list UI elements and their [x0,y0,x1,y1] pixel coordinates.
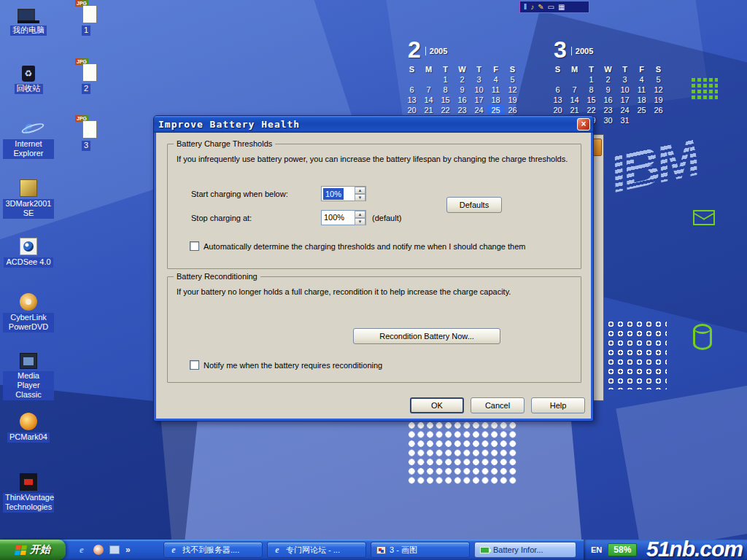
desktop-file-jpg-1[interactable]: JPG 1 [67,1,105,36]
calendar-day-header: T [583,64,600,74]
paint-icon [376,545,386,555]
calendar-day-header: F [633,64,650,74]
calendar-day-header: S [504,64,521,74]
help-button[interactable]: Help [531,397,585,413]
powerdvd-icon [20,289,37,311]
language-indicator[interactable]: EN [591,545,602,554]
calendar-day: 9 [600,85,616,95]
start-charging-label: Start charging when below: [191,190,288,198]
calendar-day: 23 [600,105,616,115]
desktop-icon-media-player-classic[interactable]: Media Player Classic [3,347,54,400]
auto-determine-label: Automatically determine the charging thr… [204,242,525,251]
calendar-day: 31 [616,115,633,125]
calendar-year: 2005 [425,47,447,55]
stop-threshold-spinner[interactable]: 100% ▲ ▼ [321,210,366,225]
calendar-day: 13 [549,95,566,105]
auto-determine-checkbox[interactable] [190,241,199,251]
task-button-server-not-found[interactable]: e 找不到服务器.... [163,542,263,558]
desktop-icon-recycle-bin[interactable]: ♻ 回收站 [3,60,54,94]
monitor-icon[interactable]: ▭ [548,4,554,11]
desktop-icon-internet-explorer[interactable]: e Internet Explorer [3,115,54,159]
calendar-day [549,74,566,85]
calendar-day: 3 [471,74,487,85]
desktop-icon-acdsee[interactable]: ACDSee 4.0 [3,233,54,268]
start-threshold-value[interactable]: 10% [323,188,344,200]
stop-threshold-value[interactable]: 100% [322,211,355,225]
desktop-icon-powerdvd[interactable]: CyberLink PowerDVD [3,289,54,332]
calendar-day: 1 [583,74,600,85]
calendar-day: 8 [437,85,454,95]
start-label: 开始 [30,543,50,556]
recondition-battery-button[interactable]: Recondition Battery Now... [353,328,500,344]
battery-reconditioning-group: Battery Reconditioning If your battery n… [167,276,581,383]
dialog-title: Improve Battery Health [158,119,300,130]
desktop-icon-3dmark2001[interactable]: 3DMark2001 SE [3,175,54,219]
stop-charging-label: Stop charging at: [191,214,252,222]
spin-down-icon[interactable]: ▼ [355,194,365,201]
desktop-icon-my-computer[interactable]: 我的电脑 [3,1,54,36]
pcmark04-icon [20,408,37,430]
calendar-day [650,115,667,125]
calendar-day [566,74,583,85]
calendar-day-header: W [600,64,616,74]
task-button-battery-information[interactable]: Battery Infor... [474,542,576,558]
calendar-day: 22 [583,105,600,115]
group-legend: Battery Charge Thresholds [174,139,275,148]
show-desktop-icon[interactable] [109,545,120,554]
presentation-toolbar[interactable]: ‖ ♪ ✎ ▭ ▦ [519,1,589,13]
battery-cylinder-icon [693,324,712,350]
calendar-title: 2 2005 [408,38,521,63]
desktop-file-jpg-3[interactable]: JPG 3 [67,117,105,151]
calendar-day: 15 [583,95,600,105]
ok-button[interactable]: OK [410,397,464,413]
calendar-february: 2 2005 SMTWTFS 1234567891011121314151617… [403,38,521,115]
calendar-day: 3 [616,74,633,85]
start-button[interactable]: 开始 [0,540,66,560]
calendar-day: 2 [454,74,471,85]
calendar-day-header: M [420,64,437,74]
calendar-day: 5 [504,74,521,85]
calendar-day: 2 [600,74,616,85]
battery-charge-thresholds-group: Battery Charge Thresholds If you infrequ… [167,144,581,269]
desktop-file-jpg-2[interactable]: JPG 2 [67,60,105,94]
calendar-day: 20 [403,105,420,115]
close-button[interactable]: × [577,118,590,131]
calendar-day: 25 [487,105,504,115]
start-threshold-spinner[interactable]: 10% ▲ ▼ [321,186,366,201]
keyboard-icon[interactable]: ▦ [558,4,565,11]
task-button-paint[interactable]: 3 - 画图 [371,542,470,558]
jpg-file-icon: JPG [75,1,97,23]
calendar-day-header: S [403,64,420,74]
speaker-icon[interactable]: ♪ [530,4,534,11]
desktop-icon-pcmark04[interactable]: PCMark04 [3,408,54,443]
spinner-arrows[interactable]: ▲ ▼ [355,187,365,201]
notify-recondition-checkbox[interactable] [190,360,199,370]
desktop-icon-thinkvantage[interactable]: ThinkVantage Technologies [3,469,54,513]
spinner-arrows[interactable]: ▲ ▼ [355,211,365,225]
defaults-button[interactable]: Defaults [446,197,502,213]
wallpaper-shape [616,381,747,552]
spin-down-icon[interactable]: ▼ [355,218,365,225]
cancel-button[interactable]: Cancel [471,397,525,413]
pen-icon[interactable]: ✎ [538,4,543,11]
calendar-day: 16 [454,95,471,105]
ie-quicklaunch-icon[interactable]: e [76,544,88,556]
dialog-titlebar[interactable]: Improve Battery Health × [154,116,593,133]
calendar-day: 12 [504,85,521,95]
jpg-file-icon: JPG [75,117,97,139]
calendar-day: 11 [633,85,650,95]
media-quicklaunch-icon[interactable] [93,545,104,555]
task-label: Battery Infor... [493,545,543,554]
jpg-file-icon: JPG [75,60,97,82]
spin-up-icon[interactable]: ▲ [355,211,365,218]
spin-up-icon[interactable]: ▲ [355,187,365,194]
calendar-day: 26 [650,105,667,115]
icon-label: PCMark04 [7,432,50,443]
calendar-day: 24 [471,105,487,115]
task-button-forum[interactable]: e 专门网论坛 - ... [267,542,366,558]
group-legend: Battery Reconditioning [174,272,260,281]
icon-label: Internet Explorer [3,139,54,159]
quicklaunch-chevron-icon[interactable]: » [125,545,131,555]
windows-logo-icon [15,545,27,555]
battery-percentage[interactable]: 58% [608,543,637,556]
